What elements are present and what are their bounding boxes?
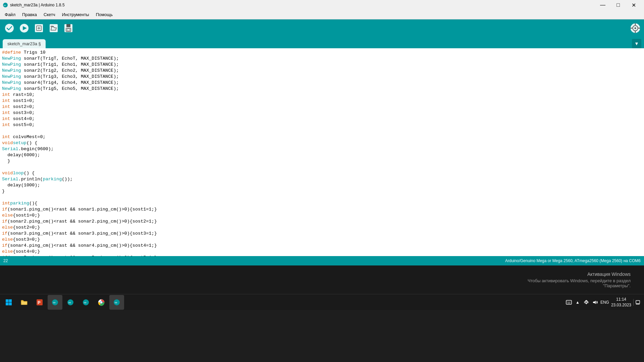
arduino-icon-4: ∞ bbox=[113, 299, 120, 306]
svg-point-2 bbox=[5, 24, 14, 33]
arduino-taskbar-1[interactable]: ∞ bbox=[48, 295, 62, 310]
svg-marker-45 bbox=[593, 301, 596, 304]
svg-text:P: P bbox=[38, 300, 41, 305]
arduino-icon-2: ∞ bbox=[67, 299, 74, 306]
tray-network-icon[interactable] bbox=[583, 299, 590, 306]
menubar: Файл Правка Скетч Инструменты Помощь bbox=[0, 10, 644, 19]
statusbar-right: Arduino/Genuino Mega or Mega 2560, ATmeg… bbox=[505, 258, 641, 263]
window-title: sketch_mar23a | Arduino 1.8.5 bbox=[10, 3, 65, 7]
code-line: void loop() { bbox=[0, 170, 644, 176]
serial-monitor-button[interactable] bbox=[629, 22, 641, 34]
board-info: Arduino/Genuino Mega or Mega 2560, ATmeg… bbox=[505, 258, 641, 263]
clock[interactable]: 11:14 23.03.2023 bbox=[611, 297, 631, 308]
menu-tools[interactable]: Инструменты bbox=[59, 11, 93, 18]
code-line: } bbox=[0, 188, 644, 194]
chrome-icon bbox=[98, 299, 105, 306]
arduino-icon-3: ∞ bbox=[82, 299, 90, 306]
console-area: Активация Windows Чтобы активировать Win… bbox=[0, 265, 644, 294]
menu-sketch[interactable]: Скетч bbox=[40, 11, 59, 18]
verify-icon bbox=[5, 23, 14, 33]
code-line: int parking(){ bbox=[0, 200, 644, 206]
windows-icon bbox=[5, 299, 12, 306]
tray-keyboard-icon[interactable] bbox=[566, 299, 572, 306]
code-line: int sost5=0; bbox=[0, 122, 644, 128]
svg-text:∞: ∞ bbox=[53, 300, 56, 304]
code-line: delay(1000); bbox=[0, 182, 644, 188]
taskbar-right: ▲ ENG 11:14 23.03.2023 bbox=[566, 297, 643, 308]
open-button[interactable] bbox=[47, 21, 60, 35]
arduino-taskbar-2[interactable]: ∞ bbox=[63, 295, 78, 310]
tab-label: sketch_mar23a § bbox=[7, 41, 41, 46]
open-icon bbox=[49, 23, 58, 33]
powerpoint-button[interactable]: P bbox=[32, 295, 47, 310]
svg-point-20 bbox=[634, 27, 636, 29]
verify-button[interactable] bbox=[3, 21, 16, 35]
language-indicator[interactable]: ENG bbox=[600, 300, 609, 305]
arduino-icon-1: ∞ bbox=[51, 299, 59, 306]
code-line: Serial.begin(9600); bbox=[0, 146, 644, 152]
code-line bbox=[0, 194, 644, 200]
file-explorer-button[interactable] bbox=[17, 295, 32, 310]
windows-activation: Активация Windows Чтобы активировать Win… bbox=[528, 272, 631, 288]
code-line: NewPing sonarT(TrigT, EchoT, MAX_DISTANC… bbox=[0, 56, 644, 62]
chrome-button[interactable] bbox=[94, 295, 109, 310]
code-line: NewPing sonar1(Trig1, Echo1, MAX_DISTANC… bbox=[0, 62, 644, 68]
menu-file[interactable]: Файл bbox=[1, 11, 19, 18]
activation-title: Активация Windows bbox=[528, 272, 631, 277]
tray-expand-icon[interactable]: ▲ bbox=[574, 299, 581, 306]
toolbar-right bbox=[629, 22, 641, 34]
svg-text:∞: ∞ bbox=[68, 300, 71, 304]
code-line: int sost1=0; bbox=[0, 98, 644, 104]
line-number: 22 bbox=[3, 258, 8, 263]
svg-rect-23 bbox=[6, 302, 9, 305]
code-line: int rast=10; bbox=[0, 92, 644, 98]
code-line: } bbox=[0, 158, 644, 164]
svg-point-35 bbox=[100, 301, 102, 303]
save-button[interactable] bbox=[62, 21, 75, 35]
serial-monitor-icon bbox=[629, 22, 641, 34]
code-line: #define Trigs 10 bbox=[0, 50, 644, 56]
close-button[interactable]: ✕ bbox=[626, 0, 641, 10]
statusbar: 22 Arduino/Genuino Mega or Mega 2560, AT… bbox=[0, 256, 644, 265]
new-button[interactable] bbox=[32, 21, 46, 35]
arduino-taskbar-3[interactable]: ∞ bbox=[78, 295, 93, 310]
svg-text:∞: ∞ bbox=[84, 300, 87, 304]
code-line: NewPing sonar2(Trig2, Echo2, MAX_DISTANC… bbox=[0, 68, 644, 74]
save-icon bbox=[64, 23, 73, 33]
taskbar: P ∞ ∞ ∞ ∞ bbox=[0, 294, 644, 310]
svg-text:∞: ∞ bbox=[4, 4, 6, 7]
tabbar: sketch_mar23a § ▼ bbox=[0, 37, 644, 48]
code-line: Serial.println(parking()); bbox=[0, 176, 644, 182]
code-line: if(sonar3.ping_cm()<rast && sonar3.ping_… bbox=[0, 231, 644, 237]
titlebar-left: ∞ sketch_mar23a | Arduino 1.8.5 bbox=[3, 2, 65, 8]
tray-volume-icon[interactable] bbox=[592, 299, 598, 306]
maximize-button[interactable]: □ bbox=[610, 0, 626, 10]
toolbar bbox=[0, 19, 644, 37]
code-line: if(sonar2.ping_cm()<rast && sonar2.ping_… bbox=[0, 219, 644, 225]
svg-rect-24 bbox=[9, 302, 12, 305]
code-line: NewPing sonar4(Trig4, Echo4, MAX_DISTANC… bbox=[0, 80, 644, 86]
code-area[interactable]: #define Trigs 10NewPing sonarT(TrigT, Ec… bbox=[0, 48, 644, 256]
code-line: int sost4=0; bbox=[0, 116, 644, 122]
svg-rect-21 bbox=[6, 299, 9, 302]
code-line: int colvoMest=0; bbox=[0, 134, 644, 140]
svg-rect-22 bbox=[9, 299, 12, 302]
menu-edit[interactable]: Правка bbox=[19, 11, 40, 18]
active-tab[interactable]: sketch_mar23a § bbox=[3, 39, 46, 48]
start-button[interactable] bbox=[1, 295, 16, 310]
arduino-taskbar-4[interactable]: ∞ bbox=[109, 295, 124, 310]
upload-button[interactable] bbox=[17, 21, 31, 35]
editor: #define Trigs 10NewPing sonarT(TrigT, Ec… bbox=[0, 48, 644, 256]
titlebar-controls: — □ ✕ bbox=[595, 0, 641, 10]
code-line: else{sost4=0;} bbox=[0, 249, 644, 255]
tab-dropdown-button[interactable]: ▼ bbox=[632, 39, 641, 48]
menu-help[interactable]: Помощь bbox=[93, 11, 116, 18]
clock-time: 11:14 bbox=[611, 297, 631, 302]
svg-rect-38 bbox=[566, 300, 572, 304]
powerpoint-icon: P bbox=[36, 299, 43, 306]
new-icon bbox=[34, 23, 44, 33]
minimize-button[interactable]: — bbox=[595, 0, 610, 10]
show-desktop-button[interactable] bbox=[633, 299, 640, 306]
code-line: else{sost1=0;} bbox=[0, 213, 644, 219]
code-line: if(sonar4.ping_cm()<rast && sonar4.ping_… bbox=[0, 243, 644, 249]
